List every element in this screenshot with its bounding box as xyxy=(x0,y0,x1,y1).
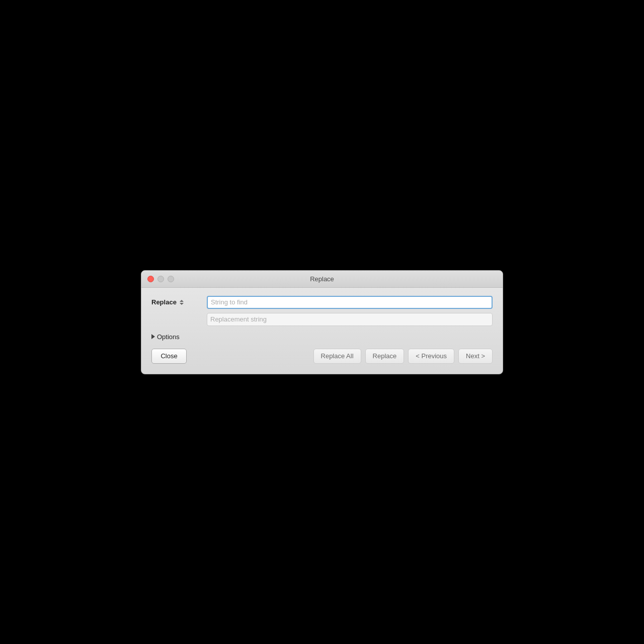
replace-button[interactable]: Replace xyxy=(365,349,405,364)
title-bar: Replace xyxy=(141,271,503,288)
dialog-body: Replace Options Close Replace All xyxy=(141,288,503,374)
replace-label-area: Replace xyxy=(151,298,207,306)
maximize-traffic-light[interactable] xyxy=(168,276,174,282)
replacement-input[interactable] xyxy=(207,313,493,326)
replace-label: Replace xyxy=(151,298,177,306)
close-button[interactable]: Close xyxy=(151,349,187,364)
traffic-lights xyxy=(147,276,174,282)
stepper-down-icon[interactable] xyxy=(180,303,184,305)
options-row: Options xyxy=(151,333,493,341)
stepper-control[interactable] xyxy=(180,300,184,305)
stepper-up-icon[interactable] xyxy=(180,300,184,302)
minimize-traffic-light[interactable] xyxy=(157,276,164,282)
replace-all-button[interactable]: Replace All xyxy=(313,349,361,364)
find-input[interactable] xyxy=(207,296,493,309)
previous-button[interactable]: < Previous xyxy=(408,349,454,364)
options-toggle[interactable]: Options xyxy=(151,333,180,341)
next-button[interactable]: Next > xyxy=(458,349,493,364)
close-traffic-light[interactable] xyxy=(147,276,154,282)
options-label: Options xyxy=(157,333,180,341)
replacement-row xyxy=(151,313,493,326)
options-arrow-icon xyxy=(151,334,155,339)
action-buttons: Replace All Replace < Previous Next > xyxy=(313,349,493,364)
dialog-window: Replace Replace Options Close xyxy=(141,270,503,374)
buttons-row: Close Replace All Replace < Previous Nex… xyxy=(151,349,493,364)
window-title: Replace xyxy=(310,275,334,283)
find-row: Replace xyxy=(151,296,493,309)
